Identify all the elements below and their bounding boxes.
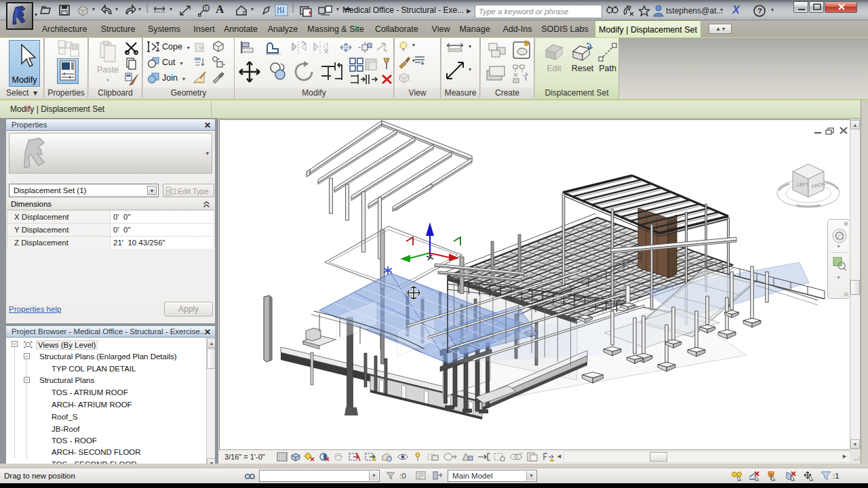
svg-text:LEFT: LEFT xyxy=(797,182,809,187)
svg-text:?: ? xyxy=(757,7,762,15)
svg-text:1: 1 xyxy=(205,6,208,11)
